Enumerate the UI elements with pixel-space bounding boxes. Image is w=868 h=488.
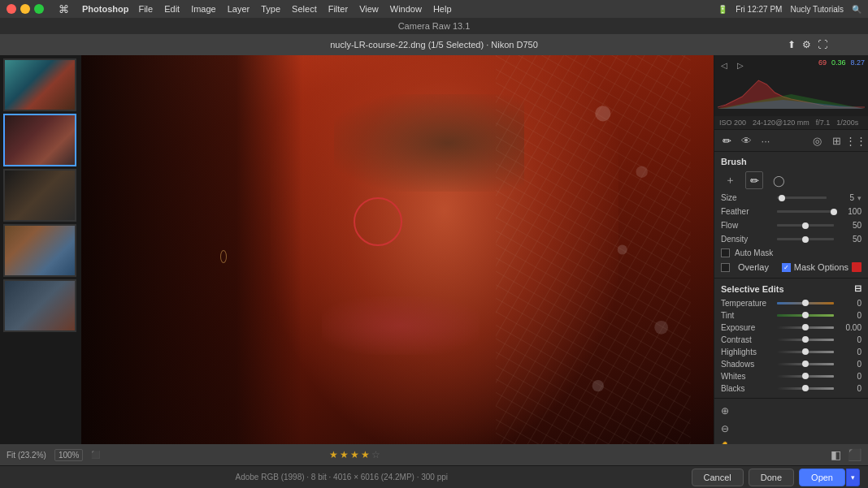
open-button[interactable]: Open bbox=[799, 469, 845, 486]
star-1[interactable]: ★ bbox=[329, 449, 338, 460]
blacks-slider[interactable] bbox=[777, 387, 834, 390]
menu-file[interactable]: File bbox=[138, 4, 153, 14]
tint-slider[interactable] bbox=[777, 314, 834, 317]
tint-thumb[interactable] bbox=[802, 312, 809, 318]
exposure-thumb[interactable] bbox=[802, 324, 809, 330]
menu-layer[interactable]: Layer bbox=[228, 4, 250, 14]
temperature-row: Temperature 0 bbox=[714, 297, 868, 309]
menu-window[interactable]: Window bbox=[390, 4, 422, 14]
fit-info: Fit (23.2%) bbox=[7, 451, 46, 460]
whites-label: Whites bbox=[721, 372, 774, 381]
size-dropdown[interactable]: ▾ bbox=[857, 194, 861, 202]
close-button[interactable] bbox=[7, 4, 16, 14]
mask-options-checkbox[interactable]: ✓ bbox=[782, 263, 791, 272]
menu-select[interactable]: Select bbox=[292, 4, 317, 14]
filmstrip-thumb-4[interactable] bbox=[3, 224, 76, 277]
temperature-thumb[interactable] bbox=[802, 300, 809, 306]
density-label: Density bbox=[721, 235, 774, 244]
blacks-thumb[interactable] bbox=[802, 385, 809, 391]
auto-mask-checkbox[interactable] bbox=[721, 248, 730, 257]
filmstrip-thumb-1[interactable] bbox=[3, 58, 76, 111]
layers-icon[interactable]: ⊞ bbox=[829, 133, 844, 148]
feather-slider-track[interactable] bbox=[777, 210, 834, 213]
erase-brush-icon[interactable]: ◯ bbox=[770, 171, 788, 189]
mask-color-swatch[interactable] bbox=[852, 262, 861, 272]
expand-icon[interactable]: ⛶ bbox=[818, 39, 827, 50]
auto-mask-row: Auto Mask bbox=[714, 246, 868, 260]
eye-icon[interactable]: 👁 bbox=[739, 133, 753, 148]
clipping-high-icon[interactable]: ▷ bbox=[734, 58, 747, 71]
cancel-button[interactable]: Cancel bbox=[692, 469, 744, 486]
density-slider-track[interactable] bbox=[777, 238, 834, 240]
file-title-icons: ⬆ ⚙ ⛶ bbox=[788, 39, 827, 50]
settings-icon[interactable]: ⚙ bbox=[802, 39, 811, 50]
clipping-low-icon[interactable]: ◁ bbox=[718, 58, 731, 71]
menu-help[interactable]: Help bbox=[433, 4, 452, 14]
done-button[interactable]: Done bbox=[749, 469, 794, 486]
add-brush-icon[interactable]: ＋ bbox=[721, 171, 739, 189]
iso-info: ISO 200 bbox=[719, 119, 746, 127]
filmstrip-thumb-3[interactable] bbox=[3, 169, 76, 222]
dots-icon[interactable]: ⋮⋮ bbox=[848, 133, 863, 148]
flow-slider-thumb[interactable] bbox=[802, 222, 809, 229]
menu-view[interactable]: View bbox=[359, 4, 379, 14]
search-icon[interactable]: 🔍 bbox=[852, 5, 861, 14]
brush-tool-button[interactable]: ✏ bbox=[719, 133, 734, 148]
panel-toggle-icon[interactable]: ◎ bbox=[809, 133, 824, 148]
menu-edit[interactable]: Edit bbox=[164, 4, 180, 14]
zoom-out-icon[interactable]: ⊖ bbox=[718, 421, 732, 436]
more-options-icon[interactable]: ··· bbox=[758, 133, 773, 148]
size-slider-track[interactable] bbox=[777, 196, 827, 199]
zoom-dropdown[interactable]: ⬛ bbox=[91, 451, 100, 459]
filmstrip-thumb-2[interactable] bbox=[3, 114, 76, 166]
whites-thumb[interactable] bbox=[802, 373, 809, 379]
canvas-area[interactable] bbox=[81, 55, 714, 444]
shadows-thumb[interactable] bbox=[802, 361, 809, 367]
contrast-row: Contrast 0 bbox=[714, 334, 868, 346]
open-button-group: Open ▾ bbox=[799, 469, 860, 486]
maximize-button[interactable] bbox=[34, 4, 44, 14]
blacks-value: 0 bbox=[837, 384, 861, 393]
contrast-thumb[interactable] bbox=[802, 336, 809, 343]
zoom-in-icon[interactable]: ⊕ bbox=[718, 404, 732, 418]
svg-point-3 bbox=[596, 106, 611, 121]
overlay-label: Overlay bbox=[738, 262, 769, 272]
star-2[interactable]: ★ bbox=[340, 449, 349, 460]
shadows-slider[interactable] bbox=[777, 363, 834, 365]
feather-slider-thumb[interactable] bbox=[831, 209, 837, 215]
density-slider-thumb[interactable] bbox=[802, 236, 809, 243]
minimize-button[interactable] bbox=[20, 4, 30, 14]
exposure-slider[interactable] bbox=[777, 326, 834, 329]
split-icon[interactable]: ⬛ bbox=[848, 448, 861, 461]
exposure-value: 0.00 bbox=[837, 323, 861, 332]
zoom-value[interactable]: 100% bbox=[54, 449, 84, 461]
flow-slider-track[interactable] bbox=[777, 224, 834, 227]
menu-filter[interactable]: Filter bbox=[328, 4, 348, 14]
overlay-checkbox[interactable] bbox=[721, 263, 730, 272]
selective-edits-expand[interactable]: ⊟ bbox=[854, 283, 861, 294]
whites-value: 0 bbox=[837, 372, 861, 381]
highlights-slider[interactable] bbox=[777, 351, 834, 353]
size-slider-thumb[interactable] bbox=[779, 195, 785, 201]
star-4[interactable]: ★ bbox=[361, 449, 370, 460]
star-5[interactable]: ☆ bbox=[371, 449, 380, 460]
menu-image[interactable]: Image bbox=[191, 4, 216, 14]
highlights-thumb[interactable] bbox=[802, 348, 809, 355]
filmstrip bbox=[0, 55, 81, 444]
star-3[interactable]: ★ bbox=[350, 449, 359, 460]
whites-slider[interactable] bbox=[777, 375, 834, 378]
edit-brush-icon[interactable]: ✏ bbox=[745, 171, 763, 189]
histogram-area: 69 0.36 8.27 ◁ ▷ bbox=[714, 55, 868, 116]
clock: Fri 12:27 PM bbox=[736, 5, 782, 14]
app-name: Photoshop bbox=[82, 4, 128, 14]
filmstrip-thumb-5[interactable] bbox=[3, 279, 76, 332]
rating-stars[interactable]: ★ ★ ★ ★ ☆ bbox=[329, 449, 380, 460]
compare-icon[interactable]: ◧ bbox=[831, 448, 841, 461]
menu-type[interactable]: Type bbox=[261, 4, 280, 14]
open-dropdown-button[interactable]: ▾ bbox=[846, 469, 860, 486]
share-icon[interactable]: ⬆ bbox=[788, 39, 796, 50]
whites-row: Whites 0 bbox=[714, 370, 868, 382]
temperature-slider[interactable] bbox=[777, 302, 834, 304]
svg-point-5 bbox=[618, 245, 627, 255]
contrast-slider[interactable] bbox=[777, 339, 834, 341]
